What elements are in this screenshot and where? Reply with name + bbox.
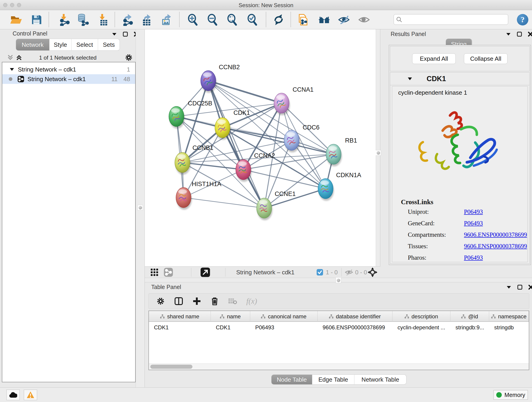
show-all-icon[interactable] [357,13,371,26]
tab-select[interactable]: Select [71,39,98,51]
right-splitter[interactable] [376,29,380,266]
column-header--id[interactable]: @id [450,311,489,322]
table-panel-close-icon[interactable] [528,285,532,290]
table-cell[interactable]: P06493 [250,322,317,332]
table-cell[interactable]: CDK1 [149,322,211,332]
search-input[interactable] [404,15,508,24]
table-cell[interactable]: cyclin-dependent ... [393,322,450,332]
delete-column-icon[interactable] [210,297,219,306]
column-header-database-identifier[interactable]: database identifier [317,311,393,322]
network-node-CCNB2[interactable] [201,70,216,93]
function-builder-icon: f(x) [246,297,257,306]
tab-network[interactable]: Network [16,39,50,51]
help-button[interactable]: ? [517,14,528,26]
table-cell[interactable]: stringdb [489,322,529,332]
export-image-icon[interactable] [160,13,173,26]
network-thumbnail-icon[interactable] [164,267,173,278]
network-graph[interactable]: CCNB2CCNA1CDC25BCDK1CDC6RB1CCNB1CCNA2CDK… [145,29,376,266]
add-column-icon[interactable] [193,297,201,305]
collection-expander-icon[interactable] [10,68,14,71]
crosslink-link[interactable]: P06493 [464,208,483,216]
column-header-shared-name[interactable]: shared name [149,311,211,322]
horizontal-splitter[interactable] [145,278,532,282]
memory-status-dot [496,392,502,398]
table-horizontal-scrollbar[interactable] [149,364,529,370]
birds-eye-view-icon[interactable] [200,267,210,278]
control-panel-collapse-icon[interactable] [112,32,117,36]
tab-node-table[interactable]: Node Table [272,375,312,384]
network-node-CCNB1[interactable] [175,153,191,175]
attribute-type-icon [160,314,165,319]
network-edge[interactable] [243,170,326,189]
results-panel-float-icon[interactable] [517,32,522,37]
network-node-HIST1H1A[interactable] [176,187,192,210]
network-edge[interactable] [184,198,264,208]
crosslink-link[interactable]: P06493 [464,220,483,227]
clone-network-icon[interactable] [297,13,310,26]
network-tree: String Network – cdk1 1 String Network –… [2,62,136,382]
table-cell[interactable]: CDK1 [211,322,250,332]
zoom-in-icon[interactable] [186,13,199,26]
import-network-database-icon[interactable] [76,13,89,26]
network-edge[interactable] [208,81,334,154]
column-header-description[interactable]: description [393,311,450,322]
network-node-CCNE1[interactable] [257,198,272,220]
hide-selected-icon[interactable] [337,13,351,26]
table-panel-float-icon[interactable] [517,285,522,290]
left-splitter[interactable] [136,29,145,387]
column-header-canonical-name[interactable]: canonical name [250,311,317,322]
import-network-file-icon[interactable] [58,13,71,26]
tab-sets[interactable]: Sets [98,39,120,51]
save-session-icon[interactable] [30,13,43,26]
open-session-icon[interactable] [9,13,22,26]
tab-network-table[interactable]: Network Table [355,375,406,384]
home-icon[interactable] [317,13,331,26]
grid-view-icon[interactable] [150,267,158,278]
network-node-CDKN1A[interactable] [318,179,334,201]
tab-style[interactable]: Style [50,39,71,51]
export-network-icon[interactable] [121,13,134,26]
memory-button[interactable]: Memory [494,390,528,400]
network-node-CCNA2[interactable] [236,160,252,182]
left-splitter-grip[interactable] [138,205,143,211]
selected-checkbox-icon[interactable] [317,267,323,278]
column-header-namespace[interactable]: namespace [489,311,529,322]
apply-layout-icon[interactable] [272,13,285,26]
results-panel-close-icon[interactable] [528,32,532,37]
crosslink-link[interactable]: 9606.ENSP00000378699 [464,231,527,238]
fit-selected-crosshair-icon[interactable] [367,267,378,278]
network-collection-row[interactable]: String Network – cdk1 1 [2,65,135,74]
network-options-gear-icon[interactable] [125,54,133,61]
gene-section-header[interactable]: CDK1 [390,72,530,85]
zoom-selected-icon[interactable] [246,13,259,26]
export-table-icon[interactable] [140,13,153,26]
zoom-out-icon[interactable] [206,13,219,26]
gene-expander-icon[interactable] [407,77,412,80]
scrollbar-thumb[interactable] [150,365,192,369]
network-edge[interactable] [208,81,282,103]
network-edge[interactable] [208,81,264,208]
crosslink-link[interactable]: P06493 [464,254,483,261]
tab-edge-table[interactable]: Edge Table [312,375,355,384]
collapse-all-button[interactable]: Collapse All [464,53,507,64]
cloud-status-button[interactable] [6,390,20,400]
table-panel-collapse-icon[interactable] [506,286,511,289]
network-node-RB1[interactable] [326,144,342,166]
import-table-icon[interactable] [96,13,109,26]
table-cell[interactable]: 9606.ENSP00000378699 [317,322,393,332]
expand-all-button[interactable]: Expand All [412,53,456,64]
warnings-button[interactable] [24,390,37,400]
table-row[interactable]: CDK1CDK1P064939606.ENSP00000378699cyclin… [149,322,529,332]
show-columns-icon[interactable] [174,297,183,306]
control-panel-float-icon[interactable] [123,32,128,37]
table-options-gear-icon[interactable] [157,297,165,305]
zoom-fit-icon[interactable] [225,13,239,26]
column-header-name[interactable]: name [211,311,250,322]
crosslink-link[interactable]: 9606.ENSP00000378699 [464,243,527,250]
results-panel-collapse-icon[interactable] [506,32,511,36]
horizontal-splitter-grip[interactable] [336,278,341,283]
network-row[interactable]: String Network – cdk1 11 48 [2,74,135,84]
network-canvas[interactable]: CCNB2CCNA1CDC25BCDK1CDC6RB1CCNB1CCNA2CDK… [145,29,376,266]
table-cell[interactable]: stringdb:9... [450,322,489,332]
network-edge[interactable] [182,162,243,170]
